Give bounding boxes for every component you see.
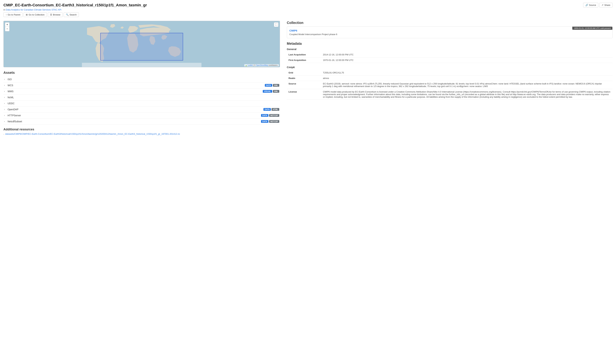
asset-name-ncml: NcML [8,96,279,99]
chevron-icon-ncml: › [4,96,8,99]
source-value: EC-Earth3 (2019): aerosol: none atmos: I… [321,81,613,89]
osm-link[interactable]: OpenStreetMap [256,64,268,66]
source-label: Source [287,81,321,89]
table-row: Grid T255L91-ORCA1L75 [287,70,613,76]
metadata-cmip6-title: Cmip6 [287,66,613,69]
asset-name-wms: WMS [8,90,263,93]
metadata-cmip6-table: Grid T255L91-ORCA1L75 Realm atmos Source… [287,70,613,100]
asset-row-uddc[interactable]: › UDDC [3,101,280,106]
asset-item-netcdfsubset: › NetcdfSubset DATA NETCDF [3,118,280,125]
metadata-general-title: General [287,48,613,51]
chevron-icon-iso: › [4,78,8,80]
zoom-out-button[interactable]: − [5,27,10,31]
collection-date-badge: 1850-01-01, 12:00:00 AM UTC until presen… [572,27,612,30]
asset-name-iso: ISO [8,78,279,81]
source-icon: 🔗 [585,4,588,6]
first-acquisition-value: 1970-01-16, 12:00:00 PM UTC [321,57,613,63]
asset-name-opendap: OpenDAP [8,108,263,111]
realm-label: Realm [287,75,321,81]
asset-row-opendap[interactable]: › OpenDAP DATA HTML [3,106,280,112]
map-fullscreen: ⛶ [274,22,278,27]
last-acquisition-value: 2014-12-16, 12:00:00 PM UTC [321,52,613,57]
header: CMIP_EC-Earth-Consortium_EC-Earth3_histo… [0,0,616,17]
asset-row-httpserver[interactable]: › HTTPServer DATA NETCDF [3,113,280,118]
table-row: License CMIP6 model data produced by EC-… [287,89,613,100]
asset-row-iso[interactable]: › ISO [3,76,280,82]
chevron-icon-wms: › [4,90,8,92]
additional-resource-link[interactable]: datasets/CMIP6/CMIP/EC-Earth-Consortium/… [5,133,180,135]
breadcrumb: in Data Analytics for Canadian Climate S… [3,8,583,11]
badge-data-opendap: DATA [263,108,271,111]
table-row: First Acquisition 1970-01-16, 12:00:00 P… [287,57,613,63]
map-attribution: 🍃 Leaflet | © OpenStreetMap contributors… [244,64,279,66]
zoom-in-button[interactable]: + [5,22,10,27]
metadata-section-title: Metadata [287,42,613,46]
breadcrumb-link[interactable]: Data Analytics for Canadian Climate Serv… [6,8,61,11]
right-panel: Collection 1850-01-01, 12:00:00 AM UTC u… [283,19,616,137]
asset-name-uddc: UDDC [8,102,279,105]
page-title: CMIP_EC-Earth-Consortium_EC-Earth3_histo… [3,3,583,8]
main-content: + − ⛶ [0,19,616,137]
badge-data-netcdfsubset: DATA [261,120,268,123]
metadata-general: General Last Acquisition 2014-12-16, 12:… [287,48,613,63]
asset-name-netcdfsubset: NetcdfSubset [8,120,261,123]
asset-row-ncml[interactable]: › NcML [3,94,280,100]
table-row: Last Acquisition 2014-12-16, 12:00:00 PM… [287,52,613,57]
collection-name[interactable]: CMIP6 [289,29,610,32]
asset-name-httpserver: HTTPServer [8,114,261,117]
fullscreen-button[interactable]: ⛶ [274,22,278,27]
search-icon: 🔍 [66,13,69,16]
svg-rect-1 [82,63,201,67]
badge-data-wcs: DATA [265,84,272,87]
badge-xml-wms: XML [273,90,279,93]
grid-label: Grid [287,70,321,76]
assets-list: › ISO › WCS DATA XML › [3,76,280,125]
license-label: License [287,89,321,100]
header-right: 🔗 Source ↗ Share [583,3,613,7]
goto-parent-icon: ↑ [6,13,7,16]
badge-netcdf-netcdfsubset: NETCDF [269,120,279,123]
search-button[interactable]: 🔍 Search [64,12,79,17]
collection-card: 1850-01-01, 12:00:00 AM UTC until presen… [287,26,613,38]
header-left: CMIP_EC-Earth-Consortium_EC-Earth3_histo… [3,3,583,17]
asset-item-httpserver: › HTTPServer DATA NETCDF [3,113,280,118]
additional-resources-title: Additional resources [3,128,280,131]
asset-item-uddc: › UDDC [3,101,280,106]
chevron-icon-uddc: › [4,102,8,104]
asset-item-iso: › ISO [3,76,280,82]
asset-badges-opendap: DATA HTML [263,108,279,111]
chevron-icon-opendap: › [4,108,8,111]
additional-resources-link: - datasets/CMIP6/CMIP/EC-Earth-Consortiu… [3,133,280,135]
map-zoom-controls: + − [5,22,10,31]
badge-html-opendap: HTML [272,108,279,111]
browse-button[interactable]: ☰ Browse [48,12,63,17]
asset-row-netcdfsubset[interactable]: › NetcdfSubset DATA NETCDF [3,118,280,124]
license-value: CMIP6 model data produced by EC-Earth-Co… [321,89,613,100]
left-panel: + − ⛶ [0,19,283,137]
asset-item-ncml: › NcML [3,94,280,101]
share-button[interactable]: ↗ Share [599,3,613,7]
goto-collection-icon: ⊞ [26,13,28,16]
asset-item-opendap: › OpenDAP DATA HTML [3,106,280,113]
collection-description: Coupled Model Intercomparison Project ph… [289,33,610,36]
goto-parent-button[interactable]: ↑ Go to Parent [3,12,23,17]
share-icon: ↗ [602,4,603,6]
asset-item-wms: › WMS VISUAL XML [3,88,280,94]
chevron-icon-netcdfsubset: › [4,120,8,123]
asset-name-wcs: WCS [8,84,265,87]
badge-data-httpserver: DATA [261,114,268,117]
asset-badges-netcdfsubset: DATA NETCDF [261,120,279,123]
asset-row-wcs[interactable]: › WCS DATA XML [3,82,280,88]
chevron-icon-httpserver: › [4,114,8,117]
map-selection-box [100,33,183,61]
goto-collection-button[interactable]: ⊞ Go to Collection [24,12,47,17]
asset-badges-wms: VISUAL XML [263,90,279,93]
asset-item-wcs: › WCS DATA XML [3,82,280,88]
source-button[interactable]: 🔗 Source [583,3,598,7]
toolbar: ↑ Go to Parent ⊞ Go to Collection ☰ Brow… [3,12,583,17]
grid-value: T255L91-ORCA1L75 [321,70,613,76]
asset-row-wms[interactable]: › WMS VISUAL XML [3,88,280,94]
metadata-cmip6: Cmip6 Grid T255L91-ORCA1L75 Realm atmos … [287,66,613,100]
last-acquisition-label: Last Acquisition [287,52,321,57]
leaflet-link[interactable]: 🍃 Leaflet [245,64,253,66]
